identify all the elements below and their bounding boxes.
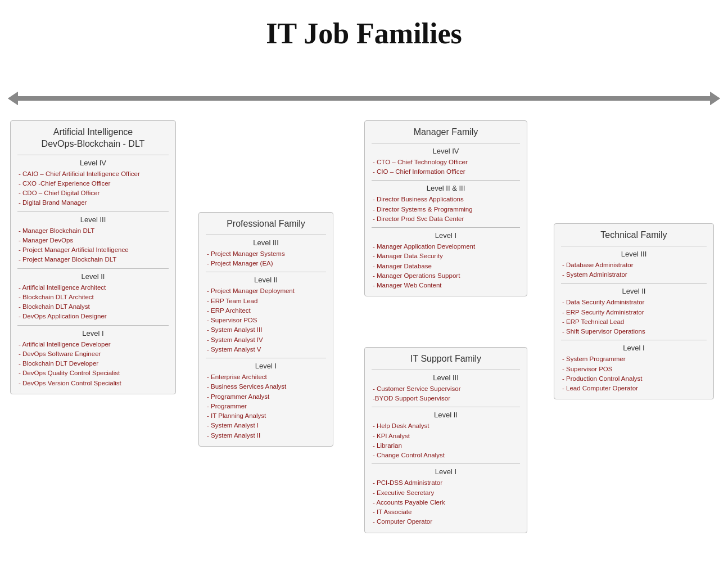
tech-level-iii: Level III - Database Administrator - Sys… <box>561 246 707 280</box>
it-support-family-box: IT Support Family Level III - Customer S… <box>364 347 527 533</box>
manager-family-box: Manager Family Level IV - CTO – Chief Te… <box>364 120 527 296</box>
professional-family-title: Professional Family <box>206 218 326 230</box>
manager-family-title: Manager Family <box>372 127 520 138</box>
ai-level-i: Level I - Artificial Intelligence Develo… <box>17 325 169 388</box>
it-support-family-title: IT Support Family <box>372 353 520 365</box>
tech-level-ii: Level II - Data Security Administrator -… <box>561 283 707 336</box>
diagram-area: Artificial IntelligenceDevOps-Blockchain… <box>0 61 728 112</box>
tech-level-i: Level I - System Programmer - Supervisor… <box>561 340 707 393</box>
ai-family-title: Artificial IntelligenceDevOps-Blockchain… <box>17 127 169 150</box>
support-level-i: Level I - PCI-DSS Administrator - Execut… <box>372 464 520 526</box>
prof-level-iii: Level III - Project Manager Systems - Pr… <box>206 235 326 269</box>
mgr-level-ii-iii: Level II & III - Director Business Appli… <box>372 180 520 224</box>
arrow-line <box>17 96 711 101</box>
professional-family-box: Professional Family Level III - Project … <box>198 212 333 447</box>
prof-level-ii: Level II - Project Manager Deployment - … <box>206 272 326 354</box>
support-level-iii: Level III - Customer Service Supervisor … <box>372 370 520 404</box>
ai-level-ii: Level II - Artificial Intelligence Archi… <box>17 268 169 322</box>
technical-family-box: Technical Family Level III - Database Ad… <box>554 223 714 399</box>
page-title: IT Job Families <box>0 0 728 61</box>
prof-level-i: Level I - Enterprise Architect - Busines… <box>206 358 326 440</box>
mgr-level-i: Level I - Manager Application Developmen… <box>372 227 520 290</box>
bottom-arrow <box>17 96 711 101</box>
ai-level-iii: Level III - Manager Blockchain DLT - Man… <box>17 212 169 265</box>
ai-family-box: Artificial IntelligenceDevOps-Blockchain… <box>10 120 176 394</box>
support-level-ii: Level II - Help Desk Analyst - KPI Analy… <box>372 407 520 460</box>
ai-level-iv: Level IV - CAIO – Chief Artificial Intel… <box>17 155 169 208</box>
mgr-level-iv: Level IV - CTO – Chief Technology Office… <box>372 143 520 177</box>
technical-family-title: Technical Family <box>561 230 707 241</box>
